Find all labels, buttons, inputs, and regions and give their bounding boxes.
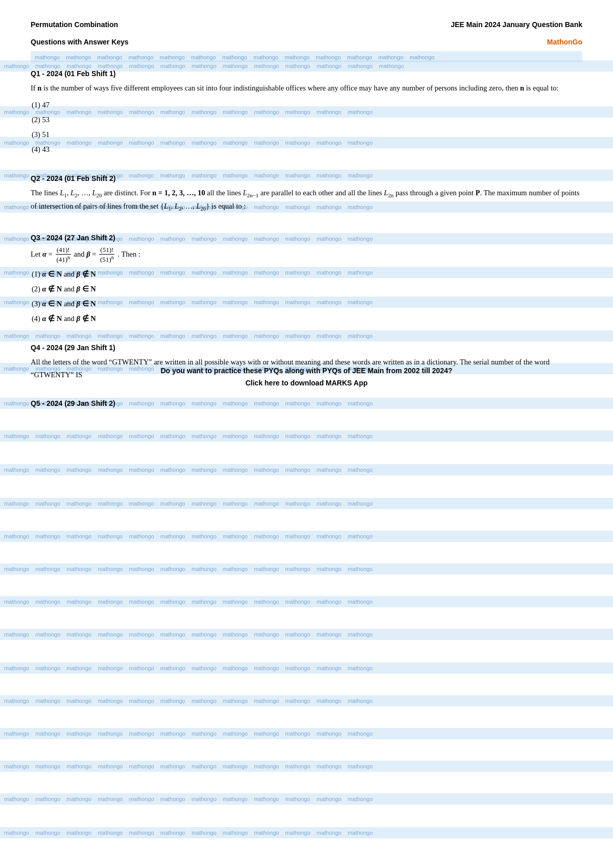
wm-strip-14: mathongo mathongo mathongo mathongo math…: [0, 500, 377, 507]
wm-strip-20: mathongo mathongo mathongo mathongo math…: [0, 698, 377, 704]
beta-fraction: (51)! (51)n: [99, 246, 115, 264]
q2-label: Q2 - 2024 (01 Feb Shift 2): [31, 174, 582, 182]
question-3: Q3 - 2024 (27 Jan Shift 2) Let α = (41)!…: [31, 234, 582, 326]
wm-strip-22: mathongo mathongo mathongo mathongo math…: [0, 763, 377, 769]
q2-text: The lines L1, L2, …, L20 are distinct. F…: [31, 187, 582, 214]
q3-option-1: (1) α ∈ N and β ∉ N: [32, 267, 582, 282]
alpha-fraction: (41)! (41)n: [55, 246, 71, 264]
wm-strip-15: mathongo mathongo mathongo mathongo math…: [0, 533, 377, 539]
main-content: Permutation Combination JEE Main 2024 Ja…: [31, 20, 582, 407]
footer-line1: Do you want to practice these PYQs along…: [61, 367, 552, 375]
q3-option-2: (2) α ∉ N and β ∈ N: [32, 282, 582, 296]
footer-line2: Click here to download MARKS App: [61, 379, 552, 387]
wm-strip-16: mathongo mathongo mathongo mathongo math…: [0, 566, 377, 572]
q1-text: If n is the number of ways five differen…: [31, 82, 582, 95]
wm-row-top: mathongo mathongo mathongo mathongo math…: [31, 51, 582, 62]
q1-option-1: (1) 47: [32, 98, 582, 112]
subheader-brand: MathonGo: [547, 38, 582, 46]
q3-option-4: (4) α ∉ N and β ∉ N: [32, 311, 582, 326]
subheader-title: Questions with Answer Keys: [31, 38, 129, 46]
q1-option-4: (4) 43: [32, 142, 582, 157]
q1-option-3: (3) 51: [32, 127, 582, 142]
wm-strip-17: mathongo mathongo mathongo mathongo math…: [0, 599, 377, 605]
wm-strip-24: mathongo mathongo mathongo mathongo math…: [0, 830, 377, 836]
q4-label: Q4 - 2024 (29 Jan Shift 1): [31, 344, 582, 352]
header-row: Permutation Combination JEE Main 2024 Ja…: [31, 20, 582, 29]
q3-option-3: (3) α ∈ N and β ∈ N: [32, 296, 582, 311]
page: mathongo mathongo mathongo mathongo math…: [0, 0, 613, 868]
header-exam: JEE Main 2024 January Question Bank: [451, 20, 582, 29]
question-1: Q1 - 2024 (01 Feb Shift 1) If n is the n…: [31, 70, 582, 157]
wm-strip-13: mathongo mathongo mathongo mathongo math…: [0, 467, 377, 473]
wm-strip-21: mathongo mathongo mathongo mathongo math…: [0, 730, 377, 737]
q1-option-2: (2) 53: [32, 112, 582, 127]
wm-strip-23: mathongo mathongo mathongo mathongo math…: [0, 796, 377, 802]
wm-strip-18: mathongo mathongo mathongo mathongo math…: [0, 631, 377, 637]
q5-label: Q5 - 2024 (29 Jan Shift 2): [31, 399, 582, 407]
footer: Do you want to practice these PYQs along…: [61, 367, 552, 387]
header-subject: Permutation Combination: [31, 20, 118, 29]
wm-strip-12: mathongo mathongo mathongo mathongo math…: [0, 433, 377, 439]
q1-label: Q1 - 2024 (01 Feb Shift 1): [31, 70, 582, 78]
question-5: Q5 - 2024 (29 Jan Shift 2): [31, 399, 582, 407]
wm-strip-19: mathongo mathongo mathongo mathongo math…: [0, 665, 377, 671]
q3-label: Q3 - 2024 (27 Jan Shift 2): [31, 234, 582, 242]
q3-text: Let α = (41)! (41)n and β = (51)! (51)n …: [31, 246, 582, 264]
question-2: Q2 - 2024 (01 Feb Shift 2) The lines L1,…: [31, 174, 582, 214]
subheader-row: Questions with Answer Keys MathonGo: [31, 38, 582, 46]
